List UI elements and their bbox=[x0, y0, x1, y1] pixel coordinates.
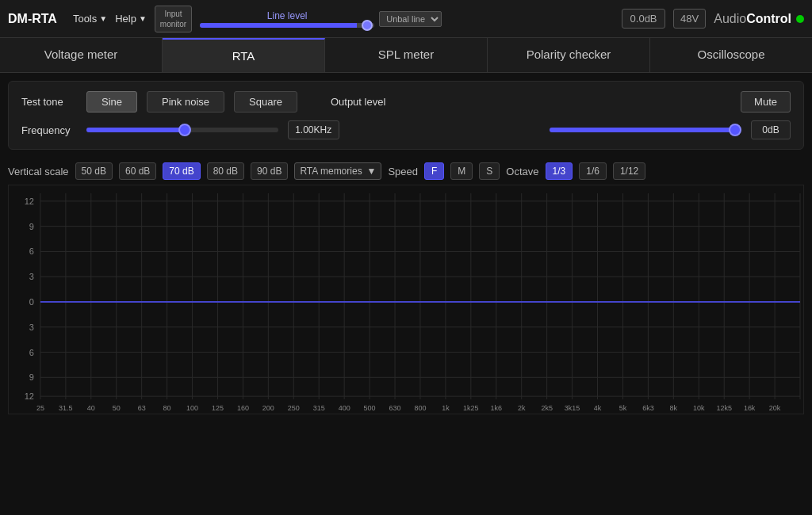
svg-text:2k: 2k bbox=[518, 404, 526, 412]
output-level-label: Output level bbox=[331, 96, 402, 108]
frequency-thumb[interactable] bbox=[178, 124, 191, 136]
svg-text:630: 630 bbox=[389, 404, 401, 412]
help-arrow-icon: ▼ bbox=[139, 14, 147, 23]
speed-slow-button[interactable]: S bbox=[479, 162, 500, 180]
tools-menu[interactable]: Tools ▼ bbox=[73, 13, 107, 25]
svg-text:1k6: 1k6 bbox=[491, 404, 502, 412]
svg-text:0: 0 bbox=[29, 297, 34, 307]
tab-voltage-meter[interactable]: Voltage meter bbox=[0, 38, 163, 72]
rta-chart: 12 9 6 3 0 3 6 9 12 25 31.5 40 50 63 80 … bbox=[9, 185, 803, 414]
speed-label: Speed bbox=[388, 166, 418, 177]
output-fill bbox=[550, 128, 732, 132]
svg-text:2k5: 2k5 bbox=[541, 404, 552, 412]
topbar: DM-RTA Tools ▼ Help ▼ Input monitor Line… bbox=[0, 0, 812, 38]
help-menu[interactable]: Help ▼ bbox=[115, 13, 147, 25]
svg-text:80: 80 bbox=[163, 404, 171, 412]
scale-80db-button[interactable]: 80 dB bbox=[207, 162, 244, 180]
tab-spl-meter[interactable]: SPL meter bbox=[325, 38, 488, 72]
phantom-power-button[interactable]: 48V bbox=[673, 9, 706, 29]
svg-text:6k3: 6k3 bbox=[642, 404, 653, 412]
line-level-slider[interactable]: Line level bbox=[200, 10, 374, 28]
brand-prefix: Audio bbox=[714, 12, 746, 25]
unbal-select[interactable]: Unbal line bbox=[379, 11, 442, 27]
output-level-slider[interactable] bbox=[550, 128, 741, 132]
rta-memories-label: RTA memories bbox=[300, 166, 362, 177]
line-level-track[interactable] bbox=[200, 23, 374, 28]
octave-sixth-button[interactable]: 1/6 bbox=[579, 162, 607, 180]
svg-text:125: 125 bbox=[212, 404, 224, 412]
output-thumb[interactable] bbox=[729, 124, 741, 136]
svg-text:160: 160 bbox=[237, 404, 249, 412]
app-title: DM-RTA bbox=[8, 12, 57, 26]
svg-rect-0 bbox=[9, 185, 803, 414]
svg-text:400: 400 bbox=[339, 404, 350, 412]
tabs: Voltage meter RTA SPL meter Polarity che… bbox=[0, 38, 812, 73]
pink-noise-button[interactable]: Pink noise bbox=[147, 91, 224, 113]
octave-third-button[interactable]: 1/3 bbox=[546, 162, 573, 180]
line-level-container: Line level Unbal line bbox=[200, 10, 614, 28]
svg-text:12: 12 bbox=[25, 391, 34, 401]
brand: AudioControl bbox=[714, 12, 804, 26]
tools-label: Tools bbox=[73, 13, 97, 25]
line-level-label: Line level bbox=[267, 10, 308, 21]
svg-text:800: 800 bbox=[414, 404, 426, 412]
tab-rta[interactable]: RTA bbox=[163, 38, 325, 72]
sine-button[interactable]: Sine bbox=[86, 91, 137, 113]
svg-text:9: 9 bbox=[29, 222, 34, 231]
svg-text:63: 63 bbox=[138, 404, 146, 412]
svg-text:9: 9 bbox=[29, 372, 34, 382]
svg-text:1k25: 1k25 bbox=[463, 404, 478, 412]
speed-fast-button[interactable]: F bbox=[424, 162, 444, 180]
frequency-fill bbox=[86, 128, 182, 132]
test-tone-row: Test tone Sine Pink noise Square Output … bbox=[21, 91, 791, 113]
output-track[interactable] bbox=[550, 128, 741, 132]
svg-text:12: 12 bbox=[25, 196, 34, 206]
tab-polarity-checker[interactable]: Polarity checker bbox=[488, 38, 650, 72]
svg-text:16k: 16k bbox=[744, 404, 756, 412]
svg-text:31.5: 31.5 bbox=[59, 404, 72, 412]
frequency-row: Frequency 1.00KHz 0dB bbox=[21, 120, 791, 139]
input-monitor-button[interactable]: Input monitor bbox=[155, 6, 192, 32]
scale-90db-button[interactable]: 90 dB bbox=[251, 162, 288, 180]
svg-text:100: 100 bbox=[186, 404, 198, 412]
line-level-fill bbox=[200, 23, 357, 28]
svg-text:50: 50 bbox=[113, 404, 121, 412]
mute-button[interactable]: Mute bbox=[741, 91, 791, 113]
db-display: 0.0dB bbox=[622, 9, 665, 29]
svg-text:500: 500 bbox=[364, 404, 376, 412]
svg-text:25: 25 bbox=[36, 404, 44, 412]
svg-text:6: 6 bbox=[29, 246, 34, 256]
svg-text:6: 6 bbox=[29, 348, 34, 357]
tab-oscilloscope[interactable]: Oscilloscope bbox=[650, 38, 812, 72]
svg-text:3: 3 bbox=[29, 322, 34, 332]
octave-label: Octave bbox=[506, 166, 538, 177]
scale-60db-button[interactable]: 60 dB bbox=[119, 162, 156, 180]
svg-text:12k5: 12k5 bbox=[716, 404, 731, 412]
svg-text:3: 3 bbox=[29, 272, 34, 281]
square-button[interactable]: Square bbox=[234, 91, 297, 113]
svg-text:1k: 1k bbox=[442, 404, 450, 412]
scale-70db-button[interactable]: 70 dB bbox=[163, 162, 200, 180]
frequency-slider[interactable] bbox=[86, 128, 278, 132]
svg-text:20k: 20k bbox=[769, 404, 781, 412]
svg-text:40: 40 bbox=[87, 404, 95, 412]
octave-twelfth-button[interactable]: 1/12 bbox=[613, 162, 645, 180]
vertical-scale-label: Vertical scale bbox=[8, 166, 69, 177]
frequency-label: Frequency bbox=[21, 124, 77, 136]
frequency-track[interactable] bbox=[86, 128, 278, 132]
chart-area: 12 9 6 3 0 3 6 9 12 25 31.5 40 50 63 80 … bbox=[8, 185, 804, 414]
brand-suffix: Control bbox=[746, 12, 791, 25]
svg-text:3k15: 3k15 bbox=[565, 404, 580, 412]
line-level-thumb[interactable] bbox=[362, 20, 373, 31]
svg-text:5k: 5k bbox=[619, 404, 627, 412]
rta-controls: Vertical scale 50 dB 60 dB 70 dB 80 dB 9… bbox=[0, 158, 812, 185]
rta-memories-arrow-icon: ▼ bbox=[367, 166, 377, 177]
svg-text:250: 250 bbox=[288, 404, 300, 412]
frequency-value: 1.00KHz bbox=[288, 120, 339, 139]
speed-medium-button[interactable]: M bbox=[450, 162, 473, 180]
test-tone-label: Test tone bbox=[21, 96, 77, 108]
tools-arrow-icon: ▼ bbox=[99, 14, 107, 23]
svg-text:4k: 4k bbox=[594, 404, 602, 412]
rta-memories-dropdown[interactable]: RTA memories ▼ bbox=[294, 162, 381, 180]
scale-50db-button[interactable]: 50 dB bbox=[75, 162, 113, 180]
